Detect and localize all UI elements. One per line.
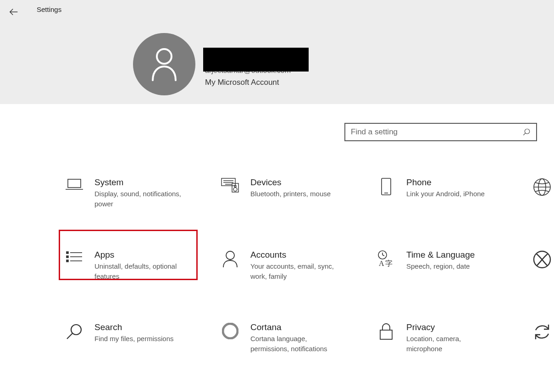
svg-text:字: 字: [385, 259, 393, 267]
svg-point-31: [71, 325, 81, 335]
svg-point-2: [525, 129, 530, 134]
svg-rect-18: [66, 252, 68, 254]
privacy-tile[interactable]: Privacy Location, camera, microphone: [371, 318, 526, 358]
search-box[interactable]: [344, 123, 537, 141]
svg-point-24: [226, 251, 234, 259]
devices-title: Devices: [250, 177, 331, 188]
magnifier-icon: [66, 323, 83, 340]
accounts-title: Accounts: [250, 249, 342, 260]
update-tile[interactable]: [526, 318, 554, 345]
apps-title: Apps: [94, 249, 186, 260]
globe-icon: [533, 178, 551, 196]
accounts-sub: Your accounts, email, sync, work, family: [250, 261, 342, 282]
accounts-tile[interactable]: Accounts Your accounts, email, sync, wor…: [215, 246, 371, 285]
svg-rect-22: [66, 260, 68, 262]
time-title: Time & Language: [406, 249, 475, 260]
svg-rect-13: [382, 178, 391, 195]
svg-text:A: A: [379, 259, 384, 267]
keyboard-speaker-icon: [221, 178, 239, 193]
settings-grid: System Display, sound, notifications, po…: [59, 173, 554, 391]
privacy-title: Privacy: [406, 322, 498, 333]
svg-rect-20: [66, 256, 68, 258]
phone-icon: [380, 178, 392, 195]
svg-point-11: [234, 185, 236, 187]
gaming-tile[interactable]: [526, 246, 554, 272]
system-sub: Display, sound, notifications, power: [94, 189, 186, 209]
apps-sub: Uninstall, defaults, optional features: [94, 261, 186, 282]
system-title: System: [94, 177, 186, 188]
svg-rect-35: [380, 330, 392, 339]
svg-point-1: [157, 49, 172, 64]
privacy-sub: Location, camera, microphone: [406, 334, 498, 354]
svg-point-34: [225, 326, 235, 336]
cortana-icon: [222, 323, 238, 339]
svg-line-32: [67, 333, 72, 339]
time-language-tile[interactable]: A 字 Time & Language Speech, region, date: [371, 246, 526, 275]
apps-tile[interactable]: Apps Uninstall, defaults, optional featu…: [59, 246, 215, 285]
cortana-sub: Cortana language, permissions, notificat…: [250, 334, 342, 354]
phone-tile[interactable]: Phone Link your Android, iPhone: [371, 173, 526, 203]
apps-list-icon: [66, 250, 83, 265]
devices-sub: Bluetooth, printers, mouse: [250, 189, 331, 199]
page-title: Settings: [37, 6, 61, 13]
microsoft-account-link[interactable]: My Microsoft Account: [205, 78, 279, 87]
cortana-tile[interactable]: Cortana Cortana language, permissions, n…: [215, 318, 371, 358]
search-icon: [522, 128, 531, 136]
system-tile[interactable]: System Display, sound, notifications, po…: [59, 173, 215, 213]
search-title: Search: [94, 322, 174, 333]
svg-point-12: [233, 188, 237, 191]
settings-banner: Settings arjeetsarkar@outlook.com My Mic…: [0, 0, 554, 104]
back-button[interactable]: [6, 4, 22, 20]
svg-line-3: [523, 133, 526, 135]
devices-tile[interactable]: Devices Bluetooth, printers, mouse: [215, 173, 371, 203]
xbox-icon: [533, 250, 551, 269]
phone-title: Phone: [406, 177, 485, 188]
search-sub: Find my files, permissions: [94, 334, 174, 344]
user-icon: [150, 47, 178, 81]
time-language-icon: A 字: [377, 250, 395, 268]
laptop-icon: [66, 178, 83, 192]
back-arrow-icon: [9, 7, 19, 17]
svg-rect-4: [68, 179, 81, 188]
user-name-redacted: [203, 48, 309, 72]
cortana-title: Cortana: [250, 322, 342, 333]
search-input[interactable]: [351, 127, 522, 137]
sync-icon: [533, 323, 551, 341]
user-avatar[interactable]: [133, 33, 195, 95]
time-sub: Speech, region, date: [406, 261, 475, 271]
svg-line-27: [382, 255, 384, 256]
search-tile[interactable]: Search Find my files, permissions: [59, 318, 215, 348]
person-icon: [222, 250, 238, 268]
lock-icon: [378, 323, 394, 340]
phone-sub: Link your Android, iPhone: [406, 189, 485, 199]
network-tile[interactable]: [526, 173, 554, 200]
